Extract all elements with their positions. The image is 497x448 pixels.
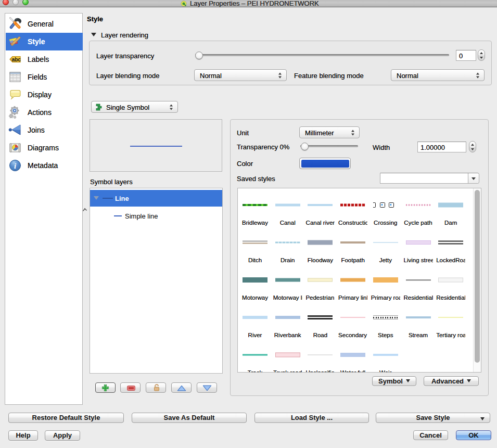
svg-text:abc: abc xyxy=(12,57,21,62)
